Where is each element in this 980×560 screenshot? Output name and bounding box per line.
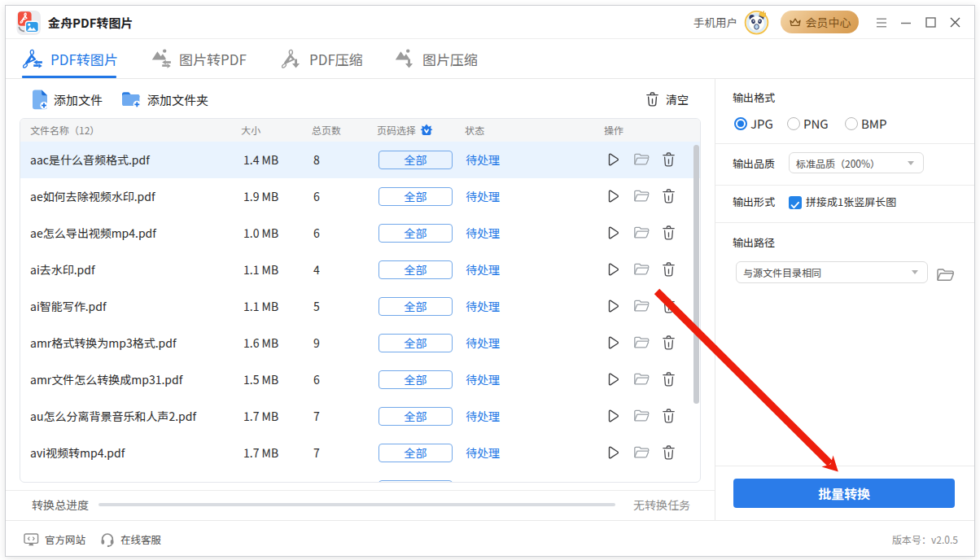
tab-image-compress[interactable]: 图片压缩: [395, 39, 478, 78]
play-convert-icon[interactable]: [606, 299, 620, 313]
open-folder-icon[interactable]: [633, 335, 650, 350]
page-select-button[interactable]: 全部: [378, 334, 453, 352]
open-folder-icon[interactable]: [633, 152, 650, 167]
delete-file-icon[interactable]: [662, 152, 676, 167]
tab-label: 图片转PDF: [179, 49, 247, 69]
file-size: 1.1 MB: [243, 288, 278, 325]
vip-crown-badge-icon: [420, 124, 433, 138]
file-row[interactable]: ae怎么导出视频mp4.pdf 1.0 MB 6 全部 待处理: [20, 215, 700, 252]
file-size: 1.6 MB: [243, 325, 278, 361]
long-image-checkbox[interactable]: [789, 196, 802, 209]
menu-button[interactable]: [871, 6, 892, 39]
file-row[interactable]: avi视频转mp4.pdf 1.7 MB 7 全部 待处理: [20, 435, 700, 471]
monitor-icon: [24, 533, 39, 546]
file-row[interactable]: aac是什么音频格式.pdf 1.4 MB 8 全部 待处理: [20, 142, 700, 178]
open-folder-icon[interactable]: [633, 445, 650, 460]
play-convert-icon[interactable]: [606, 225, 620, 240]
file-pages: 7: [313, 398, 320, 435]
file-row[interactable]: ai智能写作.pdf 1.1 MB 5 全部 待处理: [20, 288, 700, 325]
chevron-down-icon: [908, 161, 914, 165]
play-convert-icon[interactable]: [606, 152, 620, 167]
play-convert-icon[interactable]: [606, 335, 620, 350]
output-quality-dropdown[interactable]: 标准品质（200%）: [789, 152, 924, 173]
play-convert-icon[interactable]: [606, 445, 620, 460]
delete-file-icon[interactable]: [662, 445, 676, 460]
open-folder-icon[interactable]: [633, 189, 650, 203]
open-folder-icon[interactable]: [633, 299, 650, 313]
page-select-button[interactable]: 全部: [378, 224, 453, 243]
file-row[interactable]: amr格式转换为mp3格式.pdf 1.6 MB 9 全部 待处理: [20, 325, 700, 361]
page-select-button[interactable]: 全部: [378, 260, 453, 279]
user-avatar[interactable]: [744, 10, 769, 35]
pdf-to-image-icon: [23, 49, 43, 69]
file-pages: 5: [313, 288, 320, 325]
online-service-link[interactable]: 在线客服: [100, 521, 161, 558]
batch-convert-button[interactable]: 批量转换: [733, 479, 955, 508]
open-folder-icon[interactable]: [633, 225, 650, 240]
file-status: 待处理: [466, 142, 500, 178]
delete-file-icon[interactable]: [662, 262, 676, 277]
file-size: 1.1 MB: [243, 252, 278, 288]
file-row[interactable]: ai去水印.pdf 1.1 MB 4 全部 待处理: [20, 252, 700, 288]
add-folder-button[interactable]: 添加文件夹: [121, 87, 208, 112]
page-select-button[interactable]: 全部: [378, 480, 453, 483]
official-website-label: 官方网站: [45, 532, 85, 547]
clear-button[interactable]: 清空: [645, 87, 689, 112]
tab-pdf-to-image[interactable]: PDF转图片: [23, 39, 118, 78]
tab-image-to-pdf[interactable]: 图片转PDF: [151, 39, 247, 78]
file-row[interactable]: au怎么分离背景音乐和人声2.pdf 1.7 MB 7 全部 待处理: [20, 398, 700, 435]
file-pages: 6: [313, 178, 320, 215]
file-panel: 添加文件 添加文件夹 清空 文件名称（12）: [6, 79, 715, 520]
delete-file-icon[interactable]: [662, 409, 676, 423]
window-title: 金舟PDF转图片: [48, 6, 133, 39]
open-folder-icon[interactable]: [633, 262, 650, 277]
official-website-link[interactable]: 官方网站: [24, 521, 85, 558]
open-folder-icon[interactable]: [633, 482, 650, 483]
page-select-button[interactable]: 全部: [378, 444, 453, 462]
file-table: 文件名称（12） 大小 总页数 页码选择 状态 操作 aac是什么音频格式.pd…: [20, 118, 701, 483]
tab-pdf-compress[interactable]: PDF压缩: [282, 39, 363, 78]
play-convert-icon[interactable]: [606, 372, 620, 387]
minimize-button[interactable]: [895, 6, 917, 39]
file-name: ae如何去除视频水印.pdf: [30, 178, 155, 215]
table-scrollbar-thumb[interactable]: [693, 145, 699, 404]
delete-file-icon[interactable]: [662, 299, 676, 313]
user-name-label[interactable]: 手机用户: [693, 6, 737, 39]
page-select-button[interactable]: 全部: [378, 370, 453, 389]
radio-jpg[interactable]: JPG: [734, 117, 773, 130]
page-select-button[interactable]: 全部: [378, 297, 453, 316]
open-folder-icon[interactable]: [633, 372, 650, 387]
add-file-button[interactable]: 添加文件: [32, 87, 103, 112]
member-center-button[interactable]: 会员中心: [781, 11, 859, 33]
file-status: 待处理: [466, 398, 500, 435]
delete-file-icon[interactable]: [662, 335, 676, 350]
delete-file-icon[interactable]: [662, 225, 676, 240]
play-convert-icon[interactable]: [606, 482, 620, 483]
radio-png[interactable]: PNG: [787, 117, 829, 130]
column-header-size: 大小: [241, 119, 260, 142]
page-select-button[interactable]: 全部: [378, 187, 453, 206]
play-convert-icon[interactable]: [606, 262, 620, 277]
delete-file-icon[interactable]: [662, 189, 676, 203]
delete-file-icon[interactable]: [662, 372, 676, 387]
page-select-button[interactable]: 全部: [378, 151, 453, 169]
file-row[interactable]: 全部: [20, 471, 700, 483]
open-folder-icon[interactable]: [633, 409, 650, 423]
file-name: au怎么分离背景音乐和人声2.pdf: [30, 398, 196, 435]
output-quality-value: 标准品质（200%）: [796, 153, 880, 173]
divider: [715, 466, 974, 466]
delete-file-icon[interactable]: [662, 482, 676, 483]
page-select-button[interactable]: 全部: [378, 407, 453, 426]
output-path-dropdown[interactable]: 与源文件目录相同: [736, 261, 928, 283]
headset-icon: [100, 532, 115, 547]
file-row[interactable]: ae如何去除视频水印.pdf 1.9 MB 6 全部 待处理: [20, 178, 700, 215]
maximize-button[interactable]: [920, 6, 941, 39]
play-convert-icon[interactable]: [606, 189, 620, 203]
radio-circle-bmp: [845, 117, 858, 130]
play-convert-icon[interactable]: [606, 409, 620, 423]
radio-bmp[interactable]: BMP: [845, 117, 887, 130]
close-button[interactable]: [944, 6, 965, 39]
browse-folder-icon[interactable]: [936, 268, 956, 282]
file-row[interactable]: amr文件怎么转换成mp31.pdf 1.5 MB 6 全部 待处理: [20, 361, 700, 398]
file-rows: aac是什么音频格式.pdf 1.4 MB 8 全部 待处理: [20, 142, 700, 483]
